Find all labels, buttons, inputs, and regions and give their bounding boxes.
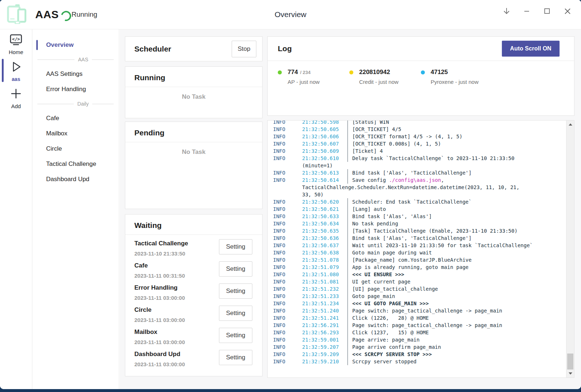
log-level: INFO <box>273 133 302 140</box>
running-empty-text: No Task <box>125 93 262 101</box>
log-timestamp: 21:32:50.610 <box>302 155 348 162</box>
code-monitor-icon: </> <box>9 42 23 48</box>
rail-item-home[interactable]: </>Home <box>0 29 32 55</box>
log-message: Scheduler: End task `TacticalChallenge` <box>348 198 472 205</box>
nav-item-error-handling[interactable]: Error Handling <box>32 82 119 97</box>
log-message: App is already running, goto main page <box>348 264 468 271</box>
log-level: INFO <box>273 140 302 147</box>
log-level: INFO <box>273 220 302 227</box>
app-window: AAS Running Overview <box>0 0 581 389</box>
waiting-task-next-run: 2023-11-11 03:00:00 <box>134 317 185 323</box>
log-message-text: Save config <box>352 177 389 183</box>
log-level: INFO <box>273 155 302 162</box>
log-message: UI get current page <box>348 278 410 285</box>
maximize-button[interactable] <box>542 6 553 17</box>
log-level: INFO <box>273 329 302 336</box>
log-row: INFO21:32:51.232[UI] page_tactical_chall… <box>273 285 566 293</box>
waiting-task-name: Circle <box>134 306 151 314</box>
log-view: INFO21:32:50.598[Status] WININFO21:32:50… <box>267 120 574 378</box>
log-timestamp: 21:32:50.636 <box>302 234 348 242</box>
log-timestamp: 21:32:56.293 <box>302 329 348 336</box>
log-timestamp: 21:32:50.620 <box>302 198 348 205</box>
log-level: INFO <box>273 264 302 271</box>
log-timestamp: 21:32:50.613 <box>302 169 348 176</box>
dashboard-stat-suffix: / 234 <box>300 70 310 75</box>
waiting-task-name: Mailbox <box>134 328 157 336</box>
nav-item-mailbox[interactable]: Mailbox <box>32 126 119 141</box>
log-continuation-text: (minute=1) <box>273 162 333 169</box>
log-timestamp: 21:32:51.078 <box>302 256 348 264</box>
log-row: INFO21:32:59.209<<< SCRCPY SERVER STOP >… <box>273 351 566 358</box>
log-timestamp: 21:32:50.614 <box>302 176 348 184</box>
log-row: INFO21:32:59.210Scrcpy server stopped <box>273 358 566 365</box>
nav-item-overview[interactable]: Overview <box>32 37 119 53</box>
log-message-text: , <box>441 177 444 183</box>
log-level: INFO <box>273 147 302 155</box>
nav-item-cafe[interactable]: Cafe <box>32 111 119 126</box>
log-level: INFO <box>273 126 302 133</box>
scrollbar-up-button[interactable] <box>566 121 574 128</box>
log-timestamp: 21:32:51.080 <box>302 271 348 278</box>
arrow-down-icon <box>502 7 511 16</box>
rail-item-aas[interactable]: aas <box>0 55 32 82</box>
task-setting-button[interactable]: Setting <box>219 328 252 343</box>
running-panel: Running No Task <box>125 66 263 118</box>
log-row: INFO21:32:50.635[Task] TacticalChallenge… <box>273 227 566 234</box>
log-level: INFO <box>273 351 302 358</box>
scheduler-card: Scheduler Stop <box>125 36 263 61</box>
dashboard-stat-value-row: 774/ 234 <box>278 69 349 76</box>
titlebar: AAS Running Overview <box>0 0 581 29</box>
svg-text:</>: </> <box>12 37 20 42</box>
nav-item-dashboard-upd[interactable]: Dashboard Upd <box>32 172 119 187</box>
update-download-button[interactable] <box>501 6 512 17</box>
log-message: Bind task ['Alas', 'Alas'] <box>348 213 432 220</box>
scheduler-status: Running <box>72 0 97 29</box>
minimize-button[interactable] <box>521 6 532 17</box>
dashboard-stat-label: Pyroxene - just now <box>421 79 492 85</box>
log-timestamp: 21:32:50.609 <box>302 147 348 155</box>
waiting-task-next-run: 2023-11-11 03:00:00 <box>134 295 185 301</box>
nav-item-aas-settings[interactable]: AAS Settings <box>32 66 119 82</box>
log-timestamp: 21:32:50.605 <box>302 126 348 133</box>
dashboard-stat: 774/ 234AP - just now <box>278 69 349 85</box>
log-scrollbar[interactable] <box>566 121 574 377</box>
waiting-panel: Waiting Tactical Challenge2023-11-10 21:… <box>125 214 263 376</box>
close-button[interactable] <box>562 6 573 17</box>
log-timestamp: 21:32:56.291 <box>302 322 348 329</box>
waiting-task-next-run: 2023-11-11 03:00:00 <box>134 361 185 367</box>
nav-group-divider: AAS <box>32 53 119 66</box>
task-setting-button[interactable]: Setting <box>219 283 252 299</box>
log-timestamp: 21:32:51.241 <box>302 314 348 322</box>
log-timestamp: 21:32:51.240 <box>302 307 348 314</box>
log-row: 33, 50) <box>273 191 566 198</box>
log-timestamp: 21:32:59.001 <box>302 336 348 343</box>
dashboard-stat-label: AP - just now <box>278 79 349 85</box>
task-setting-button[interactable]: Setting <box>219 350 252 365</box>
task-setting-button[interactable]: Setting <box>219 261 252 277</box>
task-setting-button[interactable]: Setting <box>219 306 252 321</box>
log-continuation-text: TacticalChallenge.Scheduler.NextRun=date… <box>273 184 519 191</box>
scrollbar-down-button[interactable] <box>566 370 574 377</box>
log-timestamp: 21:32:50.637 <box>302 242 348 249</box>
rail-item-add[interactable]: Add <box>0 82 32 109</box>
minimize-icon <box>523 7 531 16</box>
stop-button[interactable]: Stop <box>232 41 256 57</box>
log-level: INFO <box>273 249 302 256</box>
status-dot-icon <box>349 70 353 74</box>
log-level: INFO <box>273 227 302 234</box>
waiting-task-list: Tactical Challenge2023-11-10 21:33:50Set… <box>125 235 262 370</box>
nav-item-circle[interactable]: Circle <box>32 141 119 156</box>
waiting-task-name: Error Handling <box>134 284 178 291</box>
waiting-task-name: Tactical Challenge <box>134 240 188 247</box>
dashboard-stat-label: Credit - just now <box>349 79 421 85</box>
waiting-task-name: Cafe <box>134 262 148 269</box>
nav-item-tactical-challenge[interactable]: Tactical Challenge <box>32 156 119 172</box>
log-message: Scrcpy server stopped <box>348 358 417 365</box>
log-row: TacticalChallenge.Scheduler.NextRun=date… <box>273 184 566 191</box>
log-level: INFO <box>273 242 302 249</box>
log-message: Bind task ['Alas', 'TacticalChallenge'] <box>348 169 472 176</box>
task-setting-button[interactable]: Setting <box>219 239 252 254</box>
scrollbar-thumb[interactable] <box>567 354 573 369</box>
autoscroll-toggle-button[interactable]: Auto Scroll ON <box>502 41 560 57</box>
log-message: Save config ./config\aas.json, <box>348 176 444 184</box>
